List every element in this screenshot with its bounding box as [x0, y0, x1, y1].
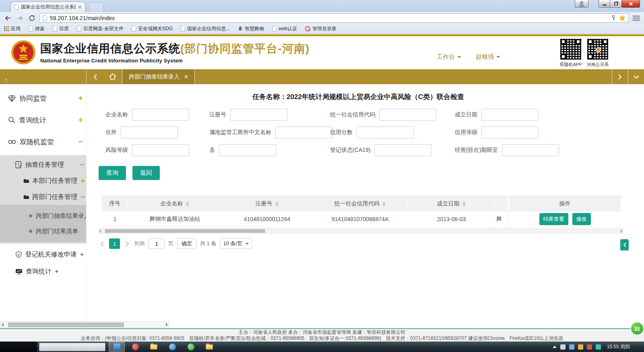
- sidebar-item-own-dept-task-mgmt[interactable]: 本部门任务管理 +: [0, 173, 86, 189]
- next-page-button[interactable]: [124, 238, 131, 249]
- query-button[interactable]: 查询: [99, 166, 126, 180]
- home-tab-button[interactable]: [103, 69, 122, 84]
- tray-icon[interactable]: [578, 344, 583, 350]
- browser-menu-button[interactable]: [632, 14, 641, 23]
- tab-close-icon[interactable]: [78, 5, 82, 9]
- back-button[interactable]: [3, 14, 12, 23]
- collapse-icon[interactable]: −: [80, 160, 85, 170]
- prev-page-button[interactable]: [98, 238, 105, 249]
- scrollbar-thumb[interactable]: [105, 229, 265, 233]
- expand-icon[interactable]: +: [80, 251, 84, 258]
- profile-button[interactable]: [575, 0, 588, 8]
- workbench-menu[interactable]: 工作台: [437, 53, 461, 61]
- bookmark-baidu-pan[interactable]: 百度网盘-全部文件: [77, 25, 124, 32]
- taskbar-start-area[interactable]: [0, 342, 37, 352]
- bookmark-gsxt[interactable]: 国家企业信用信息...: [181, 25, 230, 32]
- bookmark-admin-login[interactable]: 管理员登录: [305, 25, 336, 32]
- sort-icon[interactable]: [275, 201, 279, 206]
- bookmark-apps[interactable]: 应用: [4, 25, 21, 32]
- expand-icon[interactable]: +: [78, 116, 83, 125]
- notification-badge[interactable]: 31: [630, 322, 644, 335]
- sort-icon[interactable]: [382, 201, 386, 206]
- left-pane-horizontal-scrollbar[interactable]: [0, 321, 169, 328]
- sidebar-item-cross-dept-result-list[interactable]: 跨部门结果清单: [0, 224, 86, 239]
- sidebar-item-query-statistics[interactable]: 查询统计 +: [0, 109, 86, 131]
- taskbar-app-button[interactable]: [183, 342, 199, 352]
- company-name-input[interactable]: [132, 109, 189, 121]
- active-page-tab[interactable]: 跨部门抽查结果录入: [122, 69, 195, 84]
- key-icon[interactable]: [611, 15, 616, 21]
- risk-level-input[interactable]: [132, 144, 189, 156]
- sort-icon[interactable]: [462, 201, 466, 206]
- url-text[interactable]: 59.207.104.21/main/index: [50, 15, 608, 21]
- expand-icon[interactable]: +: [78, 94, 83, 103]
- edit-button[interactable]: 修改: [572, 213, 591, 225]
- sidebar-item-cross-dept-result-entry[interactable]: 跨部门抽查结果录入: [0, 208, 86, 224]
- tabs-scroll-right-button[interactable]: [612, 69, 628, 84]
- tray-icon[interactable]: [587, 344, 592, 350]
- sidebar-item-double-random-supervision[interactable]: 双随机监管 −: [0, 131, 86, 153]
- sidebar-item-collaborative-supervision[interactable]: 协同监管 +: [0, 87, 86, 109]
- collapse-icon[interactable]: −: [80, 193, 85, 202]
- reload-button[interactable]: [27, 14, 36, 23]
- reg-no-input[interactable]: [230, 109, 287, 121]
- taskbar-app-button[interactable]: [201, 342, 217, 352]
- bookmark-baidu[interactable]: 百度: [53, 25, 69, 32]
- local-office-input[interactable]: [275, 126, 332, 139]
- county-input[interactable]: [219, 144, 276, 156]
- taskbar-window-button[interactable]: [39, 343, 105, 351]
- page-size-select[interactable]: 10 条/页: [220, 238, 252, 249]
- credit-level-input[interactable]: [481, 126, 539, 139]
- sidebar-item-spot-check-task-mgmt[interactable]: ? 抽查任务管理 −: [0, 157, 86, 173]
- tabs-menu-button[interactable]: [628, 69, 644, 84]
- forward-button[interactable]: [15, 14, 24, 23]
- back-button[interactable]: 返回: [132, 166, 160, 180]
- establish-date-input[interactable]: [481, 109, 539, 121]
- credit-code-input[interactable]: [379, 109, 436, 121]
- panel-collapse-button[interactable]: [620, 239, 629, 251]
- expand-icon[interactable]: +: [80, 176, 85, 186]
- user-menu[interactable]: 赵顺强: [476, 53, 500, 61]
- sort-icon[interactable]: [186, 201, 189, 206]
- taskbar-app-button[interactable]: [146, 342, 162, 352]
- bookmark-star-icon[interactable]: [619, 15, 625, 21]
- close-button[interactable]: [621, 0, 640, 8]
- minimize-button[interactable]: [599, 0, 610, 8]
- bookmark-search[interactable]: 搜索: [29, 25, 45, 32]
- browser-tab[interactable]: 国家企业信用信息公示系统: [10, 2, 85, 12]
- table-horizontal-scrollbar[interactable]: [98, 228, 623, 234]
- page-number-button[interactable]: 1: [109, 238, 120, 249]
- sidebar-item-registration-modify-request[interactable]: 登记机关修改申请 +: [0, 246, 86, 263]
- tray-icon[interactable]: [569, 344, 574, 350]
- confirm-button[interactable]: 确定: [177, 238, 196, 249]
- bookmark-webauth[interactable]: web认证: [272, 25, 297, 32]
- taskbar-app-button[interactable]: [164, 342, 180, 352]
- col-header-reg-no[interactable]: 注册号: [222, 196, 312, 211]
- restore-button[interactable]: [610, 0, 621, 8]
- tray-icon[interactable]: [596, 344, 601, 350]
- bookmark-sdg[interactable]: 安全域网关SDG: [132, 25, 173, 32]
- expand-icon[interactable]: +: [55, 268, 58, 275]
- address-input[interactable]: [121, 126, 178, 139]
- goto-page-input[interactable]: [149, 238, 165, 249]
- new-tab-button[interactable]: [89, 2, 104, 12]
- view-result-button[interactable]: 结果查看: [539, 213, 568, 225]
- tabs-scroll-left-button[interactable]: [87, 69, 103, 84]
- bookmark-wugang[interactable]: 智慧舞钢: [238, 25, 264, 32]
- col-header-credit-code[interactable]: 统一社会信用代码: [312, 196, 408, 211]
- scrollbar-thumb[interactable]: [8, 323, 124, 327]
- sidebar-item-query-statistics-sub[interactable]: 查询统计 +: [0, 263, 86, 280]
- scroll-right-arrow-icon[interactable]: [621, 230, 622, 233]
- url-bar[interactable]: 59.207.104.21/main/index: [39, 13, 629, 23]
- sidebar-item-cross-dept-task-mgmt[interactable]: 跨部门任务管理 −: [0, 189, 86, 205]
- collapse-icon[interactable]: −: [78, 137, 83, 147]
- taskbar-app-button[interactable]: [127, 342, 143, 352]
- col-header-company-name[interactable]: 企业名称: [128, 196, 222, 211]
- taskbar-active-app-button[interactable]: [109, 342, 125, 352]
- credit-score-input[interactable]: [357, 126, 414, 139]
- scroll-left-arrow-icon[interactable]: [99, 230, 101, 233]
- reg-status-input[interactable]: [374, 144, 431, 156]
- tray-expand-icon[interactable]: [553, 346, 557, 348]
- tray-icon[interactable]: [560, 344, 566, 350]
- tab-close-icon[interactable]: [184, 75, 188, 79]
